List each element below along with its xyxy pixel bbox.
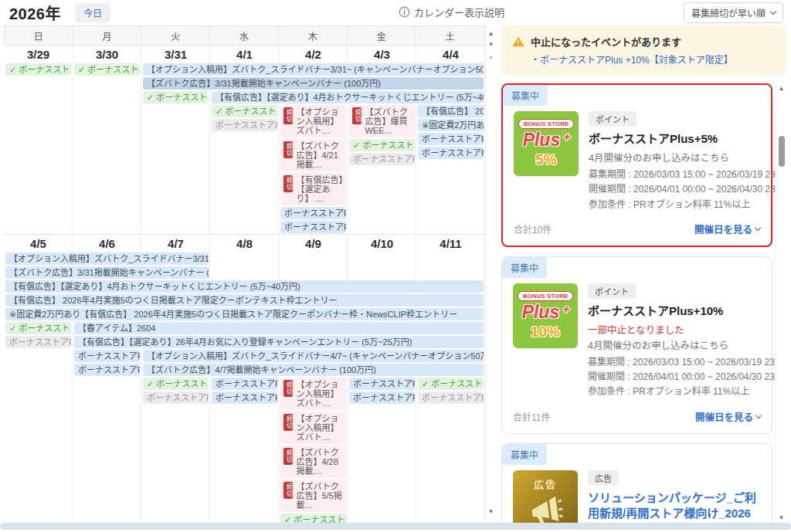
today-button[interactable]: 今日: [75, 3, 110, 22]
weekday-label: 土: [416, 26, 484, 45]
scroll-up-icon[interactable]: ▲: [486, 30, 496, 37]
calendar-event[interactable]: ✓ ボーナススト…: [212, 105, 277, 117]
calendar-event[interactable]: ✓ ボーナススト…: [143, 91, 209, 103]
date-cell[interactable]: 4/1: [210, 48, 279, 61]
alert-title-row: 中止になったイベントがあります: [512, 34, 776, 49]
calendar-event[interactable]: ※固定費2万円あり【有償広告】 2026年4月実施5のつく日掲載ストア限定クーポ…: [5, 308, 484, 320]
date-cell[interactable]: 4/2: [279, 48, 348, 61]
date-cell[interactable]: 4/7: [141, 237, 210, 250]
calendar-event[interactable]: 【ズバトク広告】3/31掲載開始キャンペーンバナー (100万円): [143, 77, 484, 90]
calendar-event[interactable]: ボーナスストアPl…: [280, 221, 346, 233]
calendar-event[interactable]: 締切【ズバトク広告】4/21掲載…: [280, 139, 346, 171]
calendar-event[interactable]: 締切【オプション入稿用】ズバト…: [280, 412, 346, 444]
event-card[interactable]: 募集中広告広告ソリューションパッケージ_ご利用新規/再開ストア様向け_2026年…: [501, 443, 772, 523]
calendar-event[interactable]: ボーナスストアPl…: [418, 147, 484, 159]
scroll-up-icon[interactable]: ▲: [486, 53, 496, 60]
see-dates-link[interactable]: 開催日を見る: [695, 409, 761, 424]
card-info: 広告ソリューションパッケージ_ご利用新規/再開ストア様向け_2026年3月度_キ…: [588, 470, 761, 523]
date-cell[interactable]: 4/8: [210, 237, 279, 250]
calendar-event[interactable]: ボーナスストアPl…: [212, 119, 277, 131]
ad-label: 広告: [534, 476, 557, 491]
card-info: ポイントボーナスストアPlus+5%4月開催分のお申し込みはこちら募集期間 : …: [589, 111, 760, 212]
calendar-event[interactable]: 【ズバトク広告】3/31掲載開始キャンペーンバナー (100万円): [5, 266, 209, 279]
calendar-event[interactable]: ボーナスストアPl…: [74, 364, 140, 376]
calendar-event[interactable]: 【有償広告】 20…: [418, 105, 484, 117]
calendar-event[interactable]: ボーナスストアPl…: [418, 133, 484, 145]
panel-scrollbar[interactable]: ▲ ▼: [776, 83, 786, 523]
date-cell[interactable]: 4/10: [348, 237, 416, 250]
calendar-event[interactable]: ✓ ボーナススト…: [418, 378, 484, 390]
deadline-badge: 締切: [283, 107, 293, 124]
calendar-event[interactable]: 締切【ズバトク広告】爆買WEE…: [349, 105, 415, 137]
calendar-event[interactable]: ボーナスストアPl…: [74, 350, 140, 362]
date-cell[interactable]: 4/9: [279, 237, 348, 250]
calendar-event[interactable]: 締切【ズバトク広告】5/5掲載…: [280, 479, 346, 512]
calendar-event[interactable]: ボーナスストアPl…: [212, 391, 277, 404]
calendar-event[interactable]: ※固定費2万円あ…: [418, 119, 484, 131]
event-card[interactable]: 募集中BONUS STOREPlus⁺10%ポイントボーナスストアPlus+10…: [501, 256, 772, 434]
scrollbar-thumb[interactable]: [779, 136, 785, 167]
calendar-event[interactable]: ボーナスストアPl…: [280, 207, 346, 219]
calendar-event[interactable]: 【春アイテム】2604: [74, 322, 484, 334]
horizontal-scrollbar[interactable]: [0, 523, 791, 530]
calendar-event[interactable]: ボーナスストアPl…: [349, 391, 415, 404]
calendar-event[interactable]: ✓ ボーナススト…: [5, 322, 71, 334]
calendar-event[interactable]: ボーナスストアPl…: [5, 336, 71, 348]
calendar-event[interactable]: ボーナスストアPl…: [418, 391, 484, 404]
calendar-event[interactable]: 【有償広告】【選定あり】26年4月お気に入り登録キャンペーンエントリー (5万~…: [74, 336, 484, 348]
date-cell[interactable]: 4/3: [348, 48, 416, 61]
date-cell[interactable]: 4/6: [73, 237, 141, 250]
event-row: 【オプション入稿用】ズバトク_スライドバナー3/31~ (キャンペ…: [4, 252, 485, 266]
event-label: 【ズバトク広告】4/28掲載…: [296, 448, 343, 476]
calendar-event[interactable]: ✓ ボーナススト…: [74, 63, 140, 76]
calendar-event[interactable]: 締切【オプション入稿用】ズバト…: [280, 378, 346, 410]
date-cell[interactable]: 3/30: [73, 48, 141, 61]
calendar-event[interactable]: 【オプション入稿用】ズバトク_スライドバナー3/31~ (キャンペ…: [5, 252, 209, 265]
scroll-down-icon[interactable]: ▼: [776, 514, 786, 521]
calendar-event[interactable]: ボーナスストアPl…: [212, 378, 277, 390]
card-meta: 募集期間 : 2026/03/03 15:00 ~ 2026/03/19 23:…: [589, 168, 760, 182]
event-label: 【オプション入稿用】ズバト…: [296, 107, 343, 135]
event-stacks: ✓ ボーナススト…ボーナスストアPl…ボーナスストアPl…ボーナスストアPl…締…: [4, 377, 485, 523]
calendar-event[interactable]: 【ズバトク広告】4/7掲載開始キャンペーンバナー (100万円): [143, 364, 484, 376]
calendar-scrollbar[interactable]: ▲ ▼ ▲ ▼: [485, 25, 496, 523]
event-label: 【オプション入稿用】ズバトク_スライドバナー4/7~ (キャンペーンバナーオプシ…: [147, 351, 484, 361]
scroll-down-icon[interactable]: ▼: [486, 41, 496, 48]
calendar-event[interactable]: ✓ ボーナススト…: [349, 139, 415, 151]
card-title[interactable]: ソリューションパッケージ_ご利用新規/再開ストア様向け_2026年3月度_キャッ…: [588, 490, 761, 523]
calendar-event[interactable]: ✓ ボーナススト…: [5, 63, 71, 76]
calendar-help-button[interactable]: カレンダー表示説明: [399, 5, 504, 19]
calendar-event[interactable]: ボーナスストアPl…: [349, 153, 415, 165]
event-label: ボーナスストアPl…: [284, 208, 346, 218]
calendar-event[interactable]: 【有償広告】 2026年4月実施5のつく日掲載ストア限定クーポンテキスト枠エント…: [5, 294, 484, 307]
calendar-event[interactable]: 【オプション入稿用】ズバトク_スライドバナー4/7~ (キャンペーンバナーオプシ…: [143, 350, 484, 362]
event-card[interactable]: 募集中BONUS STOREPlus⁺5%ポイントボーナスストアPlus+5%4…: [501, 83, 772, 247]
scroll-down-icon[interactable]: ▼: [486, 508, 496, 515]
day-stack: ボーナスストアPl…ボーナスストアPl…: [348, 377, 416, 405]
weekday-label: 金: [348, 26, 416, 45]
event-label: 【オプション入稿用】ズバト…: [296, 414, 343, 442]
calendar-event[interactable]: ボーナスストアPl…: [349, 378, 415, 390]
date-cell[interactable]: 3/31: [141, 48, 210, 61]
calendar-event[interactable]: ボーナスストアPl…: [143, 391, 209, 404]
calendar-event[interactable]: ✓ ボーナススト…: [280, 513, 346, 523]
date-cell[interactable]: 4/4: [416, 48, 485, 61]
calendar-event[interactable]: 【有償広告】【選定あり】4月おトクサーキットくじエントリー (5万~40万円): [212, 91, 484, 103]
card-meta: 参加条件 : PRオプション料率 11%以上: [589, 198, 760, 212]
calendar: 日月火水木金土 3/293/303/314/14/24/34/4✓ ボーナススト…: [4, 25, 485, 523]
cancelled-event-link[interactable]: ・ボーナスストアPlus +10%【対象ストア限定】: [531, 53, 776, 66]
date-cell[interactable]: 4/5: [4, 237, 73, 250]
calendar-event[interactable]: ✓ ボーナススト…: [143, 378, 209, 390]
card-meta: 開催期間 : 2026/04/01 00:00 ~ 2026/04/30 23:…: [588, 370, 761, 385]
sort-dropdown[interactable]: 募集締切が早い順: [684, 2, 783, 23]
scroll-up-icon[interactable]: ▲: [776, 85, 786, 92]
calendar-event[interactable]: 締切【有償広告】【選定あり】 …: [280, 173, 346, 205]
calendar-event[interactable]: 締切【オプション入稿用】ズバト…: [280, 105, 346, 137]
date-cell[interactable]: 3/29: [4, 48, 73, 61]
calendar-event[interactable]: 【有償広告】【選定あり】4月おトクサーキットくじエントリー (5万~40万円): [5, 280, 484, 293]
calendar-event[interactable]: 締切【ズバトク広告】4/28掲載…: [280, 446, 346, 478]
event-label: ✓ ボーナススト…: [9, 324, 71, 333]
date-cell[interactable]: 4/11: [416, 237, 485, 250]
see-dates-link[interactable]: 開催日を見る: [694, 222, 760, 236]
calendar-event[interactable]: 【オプション入稿用】ズバトク_スライドバナー3/31~ (キャンペーンバナーオプ…: [143, 63, 484, 76]
